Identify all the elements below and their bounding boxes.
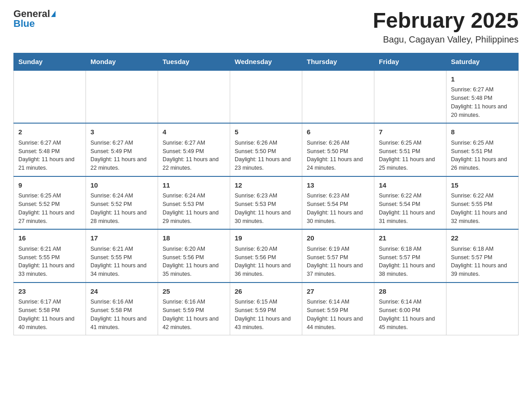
calendar-cell: 1Sunrise: 6:27 AMSunset: 5:48 PMDaylight… bbox=[446, 70, 519, 124]
calendar-body: 1Sunrise: 6:27 AMSunset: 5:48 PMDaylight… bbox=[14, 70, 519, 335]
header-thursday: Thursday bbox=[302, 53, 374, 70]
day-number: 4 bbox=[163, 127, 225, 137]
day-info: Daylight: 11 hours and 33 minutes. bbox=[18, 261, 81, 278]
day-info: Sunrise: 6:17 AM bbox=[18, 298, 81, 306]
day-number: 14 bbox=[379, 180, 442, 191]
day-info: Sunset: 5:57 PM bbox=[379, 253, 442, 262]
day-number: 3 bbox=[90, 127, 153, 137]
calendar-cell: 9Sunrise: 6:25 AMSunset: 5:52 PMDaylight… bbox=[14, 176, 86, 230]
day-info: Sunset: 5:57 PM bbox=[451, 253, 514, 262]
title-block: February 2025 Bagu, Cagayan Valley, Phil… bbox=[373, 9, 519, 45]
day-info: Daylight: 11 hours and 30 minutes. bbox=[235, 209, 297, 226]
calendar-cell bbox=[302, 70, 374, 124]
day-info: Sunrise: 6:27 AM bbox=[18, 139, 81, 147]
day-info: Sunset: 5:58 PM bbox=[18, 306, 81, 315]
day-info: Sunrise: 6:16 AM bbox=[90, 298, 153, 306]
day-info: Daylight: 11 hours and 26 minutes. bbox=[451, 155, 514, 172]
calendar-week-1: 1Sunrise: 6:27 AMSunset: 5:48 PMDaylight… bbox=[14, 70, 519, 124]
calendar-cell: 6Sunrise: 6:26 AMSunset: 5:50 PMDaylight… bbox=[302, 123, 374, 176]
day-info: Sunrise: 6:25 AM bbox=[451, 139, 514, 147]
day-info: Daylight: 11 hours and 39 minutes. bbox=[451, 261, 514, 278]
header-tuesday: Tuesday bbox=[158, 53, 230, 70]
day-info: Sunset: 5:53 PM bbox=[235, 200, 297, 209]
calendar-cell: 17Sunrise: 6:21 AMSunset: 5:55 PMDayligh… bbox=[86, 229, 158, 283]
day-info: Sunset: 5:52 PM bbox=[18, 200, 81, 209]
day-number: 22 bbox=[451, 233, 514, 244]
calendar-week-3: 9Sunrise: 6:25 AMSunset: 5:52 PMDaylight… bbox=[14, 176, 519, 230]
header-sunday: Sunday bbox=[14, 53, 86, 70]
header-monday: Monday bbox=[86, 53, 158, 70]
day-info: Daylight: 11 hours and 32 minutes. bbox=[451, 209, 514, 226]
day-info: Sunrise: 6:21 AM bbox=[18, 245, 81, 253]
day-info: Sunset: 5:55 PM bbox=[90, 253, 153, 262]
day-info: Sunset: 5:59 PM bbox=[163, 306, 225, 315]
calendar-cell: 24Sunrise: 6:16 AMSunset: 5:58 PMDayligh… bbox=[86, 283, 158, 335]
calendar-cell: 23Sunrise: 6:17 AMSunset: 5:58 PMDayligh… bbox=[14, 283, 86, 335]
calendar-cell: 12Sunrise: 6:23 AMSunset: 5:53 PMDayligh… bbox=[230, 176, 302, 230]
day-info: Sunset: 5:48 PM bbox=[18, 147, 81, 156]
day-info: Daylight: 11 hours and 40 minutes. bbox=[18, 315, 81, 332]
day-number: 12 bbox=[235, 180, 297, 191]
calendar-cell bbox=[230, 70, 302, 124]
day-info: Daylight: 11 hours and 21 minutes. bbox=[18, 155, 81, 172]
weekday-header-row: Sunday Monday Tuesday Wednesday Thursday… bbox=[14, 53, 519, 70]
day-info: Daylight: 11 hours and 37 minutes. bbox=[307, 261, 369, 278]
day-info: Sunset: 5:48 PM bbox=[451, 94, 514, 103]
day-info: Sunset: 5:54 PM bbox=[307, 200, 369, 209]
calendar-cell: 11Sunrise: 6:24 AMSunset: 5:53 PMDayligh… bbox=[158, 176, 230, 230]
day-info: Sunset: 5:55 PM bbox=[18, 253, 81, 262]
calendar-cell: 3Sunrise: 6:27 AMSunset: 5:49 PMDaylight… bbox=[86, 123, 158, 176]
calendar-week-5: 23Sunrise: 6:17 AMSunset: 5:58 PMDayligh… bbox=[14, 283, 519, 335]
day-info: Sunset: 5:50 PM bbox=[307, 147, 369, 156]
day-info: Daylight: 11 hours and 41 minutes. bbox=[90, 315, 153, 332]
day-info: Daylight: 11 hours and 22 minutes. bbox=[90, 155, 153, 172]
day-info: Sunset: 5:49 PM bbox=[163, 147, 225, 156]
day-info: Sunrise: 6:20 AM bbox=[235, 245, 297, 253]
day-info: Sunrise: 6:23 AM bbox=[307, 192, 369, 200]
day-info: Daylight: 11 hours and 44 minutes. bbox=[307, 315, 369, 332]
day-number: 13 bbox=[307, 180, 369, 191]
day-number: 8 bbox=[451, 127, 514, 137]
day-info: Daylight: 11 hours and 24 minutes. bbox=[307, 155, 369, 172]
day-info: Daylight: 11 hours and 34 minutes. bbox=[90, 261, 153, 278]
day-info: Sunset: 5:50 PM bbox=[235, 147, 297, 156]
day-info: Sunrise: 6:15 AM bbox=[235, 298, 297, 306]
day-info: Sunset: 6:00 PM bbox=[379, 306, 442, 315]
calendar-cell: 22Sunrise: 6:18 AMSunset: 5:57 PMDayligh… bbox=[446, 229, 519, 283]
day-info: Sunrise: 6:27 AM bbox=[163, 139, 225, 147]
day-info: Sunrise: 6:16 AM bbox=[163, 298, 225, 306]
logo-triangle-icon bbox=[51, 11, 56, 17]
calendar-cell: 20Sunrise: 6:19 AMSunset: 5:57 PMDayligh… bbox=[302, 229, 374, 283]
day-info: Sunrise: 6:18 AM bbox=[451, 245, 514, 253]
calendar-cell bbox=[374, 70, 446, 124]
calendar-cell bbox=[86, 70, 158, 124]
day-number: 15 bbox=[451, 180, 514, 191]
calendar-week-4: 16Sunrise: 6:21 AMSunset: 5:55 PMDayligh… bbox=[14, 229, 519, 283]
calendar-cell: 13Sunrise: 6:23 AMSunset: 5:54 PMDayligh… bbox=[302, 176, 374, 230]
day-number: 9 bbox=[18, 180, 81, 191]
day-number: 5 bbox=[235, 127, 297, 137]
calendar-cell: 25Sunrise: 6:16 AMSunset: 5:59 PMDayligh… bbox=[158, 283, 230, 335]
header-friday: Friday bbox=[374, 53, 446, 70]
calendar-cell: 26Sunrise: 6:15 AMSunset: 5:59 PMDayligh… bbox=[230, 283, 302, 335]
page-header: General Blue February 2025 Bagu, Cagayan… bbox=[13, 9, 519, 45]
day-info: Sunrise: 6:27 AM bbox=[451, 86, 514, 94]
day-number: 11 bbox=[163, 180, 225, 191]
day-info: Sunset: 5:54 PM bbox=[379, 200, 442, 209]
calendar-cell bbox=[14, 70, 86, 124]
day-info: Daylight: 11 hours and 23 minutes. bbox=[235, 155, 297, 172]
calendar-header: Sunday Monday Tuesday Wednesday Thursday… bbox=[14, 53, 519, 70]
calendar-cell: 10Sunrise: 6:24 AMSunset: 5:52 PMDayligh… bbox=[86, 176, 158, 230]
day-info: Daylight: 11 hours and 25 minutes. bbox=[379, 155, 442, 172]
day-number: 10 bbox=[90, 180, 153, 191]
day-number: 20 bbox=[307, 233, 369, 244]
day-info: Sunrise: 6:14 AM bbox=[307, 298, 369, 306]
calendar-cell: 27Sunrise: 6:14 AMSunset: 5:59 PMDayligh… bbox=[302, 283, 374, 335]
day-info: Sunrise: 6:19 AM bbox=[307, 245, 369, 253]
day-info: Daylight: 11 hours and 29 minutes. bbox=[163, 209, 225, 226]
page-subtitle: Bagu, Cagayan Valley, Philippines bbox=[373, 34, 519, 45]
day-number: 16 bbox=[18, 233, 81, 244]
day-number: 27 bbox=[307, 287, 369, 297]
day-number: 17 bbox=[90, 233, 153, 244]
calendar-table: Sunday Monday Tuesday Wednesday Thursday… bbox=[13, 53, 519, 336]
